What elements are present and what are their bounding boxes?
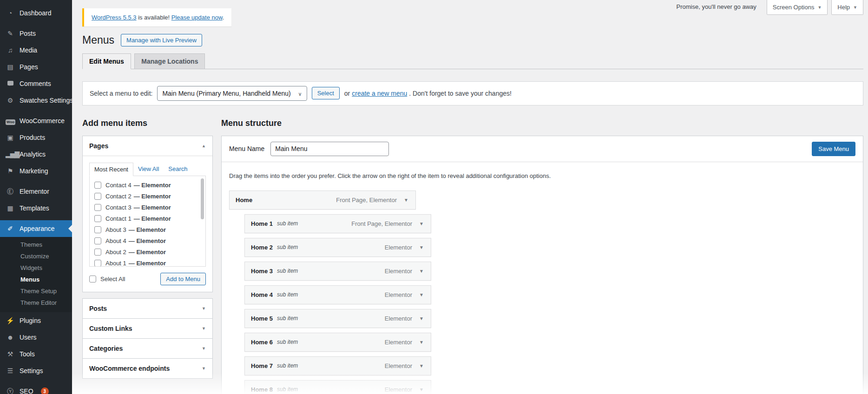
sub-item-label: sub item (277, 291, 298, 298)
page-checkbox[interactable] (94, 215, 101, 222)
page-checkbox[interactable] (94, 204, 101, 211)
menu-select-dropdown[interactable]: Main Menu (Primary Menu, Handheld Menu) … (157, 86, 307, 101)
chevron-down-icon[interactable]: ▼ (412, 269, 431, 274)
page-checkbox[interactable] (94, 237, 101, 244)
page-checkbox-row[interactable]: About 3— Elementor (94, 224, 205, 236)
sub-item-label: sub item (277, 386, 298, 393)
sidebar-item-pages[interactable]: ▤Pages (0, 59, 72, 75)
chevron-down-icon: ▼ (817, 5, 822, 10)
submenu-item-widgets[interactable]: Widgets (0, 262, 72, 274)
menu-item-name: Home 7 (251, 362, 273, 369)
page-checkbox-row[interactable]: Contact 1— Elementor (94, 213, 205, 224)
accordion-woocommerce-endpoints[interactable]: WooCommerce endpoints▼ (82, 358, 213, 379)
page-checkbox-row[interactable]: About 1— Elementor (94, 258, 205, 267)
submenu-item-menus[interactable]: Menus (0, 274, 72, 285)
sidebar-item-seo[interactable]: ⓎSEO3 (0, 383, 72, 394)
pages-accordion-header[interactable]: Pages ▲ (83, 136, 212, 156)
page-checkbox[interactable] (94, 182, 101, 189)
main-columns: Add menu items Pages ▲ Most Recent View … (82, 118, 863, 394)
update-notice: WordPress 5.5.3 is available! Please upd… (82, 8, 231, 26)
update-now-link[interactable]: Please update now (171, 14, 223, 21)
chevron-down-icon[interactable]: ▼ (412, 292, 431, 297)
submenu-item-customize[interactable]: Customize (0, 250, 72, 262)
tab-view-all[interactable]: View All (133, 163, 164, 175)
admin-content: Promise, you'll never go away Screen Opt… (72, 0, 868, 394)
sidebar-item-marketing[interactable]: ⚑Marketing (0, 163, 72, 179)
add-to-menu-button[interactable]: Add to Menu (160, 273, 206, 285)
page-state-text: — Elementor (134, 182, 171, 189)
pages-icon: ▤ (6, 63, 15, 71)
sidebar-item-elementor[interactable]: ⒺElementor (0, 183, 72, 200)
accordion-categories[interactable]: Categories▼ (82, 338, 213, 359)
sidebar-item-products[interactable]: ▣Products (0, 129, 72, 146)
page-checkbox-row[interactable]: Contact 4— Elementor (94, 180, 205, 191)
pages-panel: Pages ▲ Most Recent View All Search Cont… (82, 136, 213, 292)
menu-item-bar-home-1[interactable]: Home 1sub itemFront Page, Elementor▼ (244, 214, 431, 233)
sidebar-item-media[interactable]: ♫Media (0, 42, 72, 59)
menu-item-bar-home-5[interactable]: Home 5sub itemElementor▼ (244, 309, 431, 328)
sidebar-item-tools[interactable]: ⚒Tools (0, 346, 72, 362)
chevron-down-icon[interactable]: ▼ (412, 221, 431, 226)
sidebar-item-settings[interactable]: ☰Settings (0, 362, 72, 379)
tab-search[interactable]: Search (164, 163, 192, 175)
wordpress-version-link[interactable]: WordPress 5.5.3 (92, 14, 137, 21)
page-checkbox-row[interactable]: Contact 2— Elementor (94, 191, 205, 202)
accordion-custom-links[interactable]: Custom Links▼ (82, 318, 213, 339)
gear-icon: ⚙ (6, 96, 15, 105)
sidebar-item-swatches-settings[interactable]: ⚙Swatches Settings (0, 92, 72, 109)
sidebar-item-posts[interactable]: ✎Posts (0, 25, 72, 42)
menu-item-bar-home-3[interactable]: Home 3sub itemElementor▼ (244, 262, 431, 281)
sidebar-separator (0, 109, 72, 112)
submenu-item-themes[interactable]: Themes (0, 239, 72, 250)
help-button[interactable]: Help ▼ (831, 0, 863, 15)
sidebar-item-analytics[interactable]: ▂▅▇Analytics (0, 146, 72, 163)
select-all-checkbox[interactable] (89, 276, 96, 282)
menu-item-bar-home-4[interactable]: Home 4sub itemElementor▼ (244, 285, 431, 304)
scrollbar-thumb[interactable] (201, 178, 204, 219)
screen-options-button[interactable]: Screen Options ▼ (767, 0, 828, 15)
menu-item-type-label: Elementor (385, 339, 412, 346)
sidebar-item-users[interactable]: ☻Users (0, 329, 72, 346)
menu-item-type-label: Front Page, Elementor (336, 197, 397, 204)
chevron-down-icon[interactable]: ▼ (397, 197, 415, 203)
select-button[interactable]: Select (312, 87, 340, 99)
or-text: or (344, 90, 350, 97)
page-checkbox[interactable] (94, 260, 101, 267)
page-checkbox[interactable] (94, 249, 101, 256)
menu-item-bar-home-8[interactable]: Home 8sub itemElementor▼ (244, 380, 431, 394)
submenu-item-theme-setup[interactable]: Theme Setup (0, 285, 72, 297)
sidebar-item-label: Users (20, 333, 37, 341)
create-new-menu-link[interactable]: create a new menu (352, 90, 407, 97)
chevron-down-icon[interactable]: ▼ (412, 245, 431, 250)
sidebar-item-plugins[interactable]: ⚡Plugins (0, 312, 72, 329)
accordion-posts[interactable]: Posts▼ (82, 298, 213, 319)
page-checkbox[interactable] (94, 193, 101, 200)
tab-manage-locations[interactable]: Manage Locations (134, 53, 205, 69)
sidebar-item-comments[interactable]: Comments (0, 75, 72, 92)
page-checkbox[interactable] (94, 226, 101, 233)
sidebar-item-dashboard[interactable]: ◔Dashboard (0, 5, 72, 21)
menu-item-bar-home[interactable]: HomeFront Page, Elementor▼ (229, 190, 416, 210)
tab-most-recent[interactable]: Most Recent (89, 163, 133, 176)
chevron-down-icon[interactable]: ▼ (412, 363, 431, 368)
menu-item-bar-home-6[interactable]: Home 6sub itemElementor▼ (244, 333, 431, 352)
sidebar-item-templates[interactable]: ▦Templates (0, 200, 72, 217)
menu-item-bar-home-2[interactable]: Home 2sub itemElementor▼ (244, 238, 431, 257)
save-menu-button[interactable]: Save Menu (812, 142, 855, 156)
submenu-item-theme-editor[interactable]: Theme Editor (0, 297, 72, 309)
chevron-down-icon[interactable]: ▼ (412, 340, 431, 345)
menu-name-input[interactable] (270, 142, 389, 156)
live-preview-button[interactable]: Manage with Live Preview (121, 34, 202, 46)
sidebar-item-woocommerce[interactable]: WooWooCommerce (0, 112, 72, 129)
page-checkbox-row[interactable]: Contact 3— Elementor (94, 202, 205, 213)
promo-text: Promise, you'll never go away (677, 0, 756, 10)
save-reminder-text: . Don't forget to save your changes! (409, 90, 512, 97)
tab-edit-menus[interactable]: Edit Menus (82, 53, 131, 69)
chevron-down-icon[interactable]: ▼ (412, 316, 431, 321)
accordion-label: Categories (89, 345, 123, 352)
chevron-down-icon[interactable]: ▼ (412, 387, 431, 392)
menu-item-bar-home-7[interactable]: Home 7sub itemElementor▼ (244, 356, 431, 375)
page-checkbox-row[interactable]: About 4— Elementor (94, 236, 205, 247)
sidebar-item-appearance[interactable]: ✐Appearance (0, 220, 72, 237)
page-checkbox-row[interactable]: About 2— Elementor (94, 247, 205, 258)
